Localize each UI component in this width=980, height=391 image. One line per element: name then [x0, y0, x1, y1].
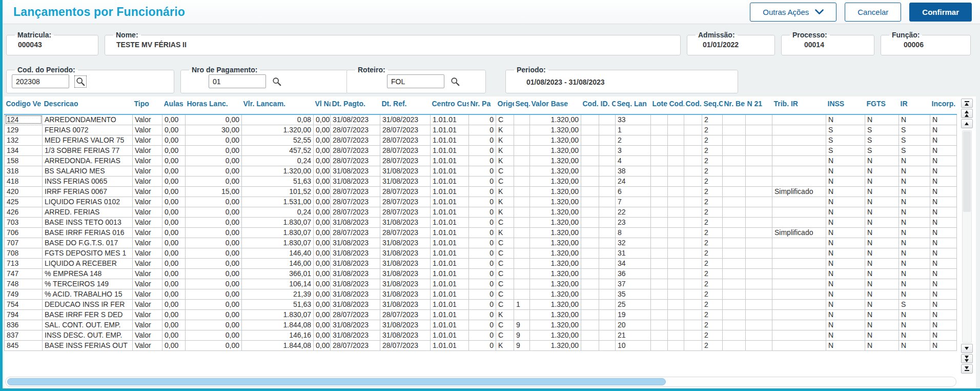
- cell-id_co[interactable]: [599, 125, 616, 135]
- cell-ir[interactable]: N: [899, 197, 930, 207]
- cell-id_co[interactable]: [599, 166, 616, 176]
- cell-id_co[interactable]: [599, 135, 616, 145]
- cell-vlr[interactable]: 146,00: [242, 258, 314, 268]
- cell-dt_pagto[interactable]: 31/08/2023: [331, 114, 380, 125]
- cell-aulas[interactable]: 0,00: [162, 176, 186, 186]
- cell-fgts[interactable]: N: [865, 176, 899, 186]
- cell-ir[interactable]: N: [899, 268, 930, 279]
- cell-vl_nao[interactable]: 0,00: [314, 207, 331, 217]
- cell-horas[interactable]: 0,00: [186, 299, 242, 309]
- cell-tipo[interactable]: Valor: [133, 125, 162, 135]
- cell-trib_ir[interactable]: [772, 238, 826, 248]
- cell-vlr[interactable]: 101,52: [242, 186, 314, 197]
- cell-descricao[interactable]: INSS DESC. OUT. EMP.: [43, 330, 133, 340]
- cell-vlr[interactable]: 457,52: [242, 145, 314, 155]
- cell-inss[interactable]: N: [826, 299, 865, 309]
- cell-inss[interactable]: N: [826, 166, 865, 176]
- cell-ir[interactable]: N: [899, 155, 930, 166]
- cell-dt_ref[interactable]: 28/07/2023: [380, 145, 431, 155]
- cell-tipo[interactable]: Valor: [133, 145, 162, 155]
- cell-cod_c[interactable]: [684, 125, 702, 135]
- cell-aulas[interactable]: 0,00: [162, 217, 186, 227]
- cell-cod_c[interactable]: [684, 279, 702, 289]
- cell-vl_nao[interactable]: 0,00: [314, 258, 331, 268]
- cell-descricao[interactable]: LIQUIDO FERIAS 0102: [43, 197, 133, 207]
- cell-seq_c[interactable]: 2: [702, 197, 723, 207]
- cell-fgts[interactable]: N: [865, 186, 899, 197]
- cell-seq_lanc[interactable]: 10: [616, 340, 651, 350]
- cell-nr_pa[interactable]: 0: [469, 238, 496, 248]
- cell-ir[interactable]: N: [899, 320, 930, 330]
- cell-codigo[interactable]: 708: [5, 248, 43, 258]
- cell-nr_be[interactable]: [723, 135, 746, 145]
- nro-pagamento-input[interactable]: [209, 74, 266, 88]
- cell-codigo[interactable]: 706: [5, 227, 43, 238]
- cell-nr_be[interactable]: [723, 279, 746, 289]
- cell-lote[interactable]: [651, 125, 668, 135]
- cell-seq_v[interactable]: [514, 125, 530, 135]
- cell-cod_c[interactable]: [684, 114, 702, 125]
- cell-nr_pa[interactable]: 0: [469, 227, 496, 238]
- cell-fgts[interactable]: N: [865, 309, 899, 320]
- cell-valor_base[interactable]: 1.320,00: [530, 197, 581, 207]
- cell-nr_pa[interactable]: 0: [469, 248, 496, 258]
- cell-origem[interactable]: K: [496, 125, 514, 135]
- cell-tipo[interactable]: Valor: [133, 330, 162, 340]
- cell-dt_ref[interactable]: 28/07/2023: [380, 227, 431, 238]
- cell-id_co[interactable]: [599, 145, 616, 155]
- cell-horas[interactable]: 30,00: [186, 125, 242, 135]
- cell-valor_base[interactable]: 1.320,00: [530, 155, 581, 166]
- cell-seq_c[interactable]: 2: [702, 125, 723, 135]
- cell-seq_v[interactable]: [514, 207, 530, 217]
- cell-cod_d[interactable]: [581, 197, 599, 207]
- cell-vlr[interactable]: 1.830,07: [242, 309, 314, 320]
- cell-codigo[interactable]: 794: [5, 309, 43, 320]
- cell-codigo[interactable]: 749: [5, 289, 43, 299]
- cell-cod_d[interactable]: [581, 155, 599, 166]
- cell-dt_pagto[interactable]: 28/07/2023: [331, 186, 380, 197]
- cell-inss[interactable]: N: [826, 340, 865, 350]
- cell-cod_r[interactable]: [668, 268, 684, 279]
- cell-inss[interactable]: S: [826, 145, 865, 155]
- cell-codigo[interactable]: 425: [5, 197, 43, 207]
- cell-tipo[interactable]: Valor: [133, 135, 162, 145]
- cell-cod_c[interactable]: [684, 145, 702, 155]
- cell-id_co[interactable]: [599, 309, 616, 320]
- scroll-page-up-button[interactable]: [961, 109, 973, 118]
- cell-vlr[interactable]: 146,40: [242, 248, 314, 258]
- cell-n21[interactable]: [746, 330, 772, 340]
- cell-vlr[interactable]: 0,24: [242, 207, 314, 217]
- cell-ir[interactable]: N: [899, 340, 930, 350]
- cell-nr_pa[interactable]: 0: [469, 330, 496, 340]
- cell-lote[interactable]: [651, 289, 668, 299]
- cell-valor_base[interactable]: 1.320,00: [530, 289, 581, 299]
- cell-cod_d[interactable]: [581, 227, 599, 238]
- cell-incorp[interactable]: N: [930, 166, 957, 176]
- cell-lote[interactable]: [651, 248, 668, 258]
- cell-seq_c[interactable]: 2: [702, 340, 723, 350]
- cell-origem[interactable]: K: [496, 340, 514, 350]
- cell-seq_lanc[interactable]: 8: [616, 227, 651, 238]
- cell-valor_base[interactable]: 1.320,00: [530, 268, 581, 279]
- cell-aulas[interactable]: 0,00: [162, 340, 186, 350]
- cell-horas[interactable]: 0,00: [186, 320, 242, 330]
- cell-seq_lanc[interactable]: 38: [616, 166, 651, 176]
- cell-nr_pa[interactable]: 0: [469, 197, 496, 207]
- cell-codigo[interactable]: 845: [5, 340, 43, 350]
- cell-lote[interactable]: [651, 114, 668, 125]
- cell-dt_pagto[interactable]: 28/07/2023: [331, 207, 380, 217]
- cell-fgts[interactable]: N: [865, 238, 899, 248]
- cell-trib_ir[interactable]: [772, 166, 826, 176]
- cell-centro_custo[interactable]: 1.01.01: [431, 238, 469, 248]
- cell-incorp[interactable]: N: [930, 197, 957, 207]
- cell-aulas[interactable]: 0,00: [162, 279, 186, 289]
- cell-codigo[interactable]: 318: [5, 166, 43, 176]
- cell-incorp[interactable]: N: [930, 155, 957, 166]
- cell-nr_pa[interactable]: 0: [469, 186, 496, 197]
- cell-trib_ir[interactable]: [772, 309, 826, 320]
- cell-descricao[interactable]: LIQUIDO A RECEBER: [43, 258, 133, 268]
- cell-trib_ir[interactable]: [772, 258, 826, 268]
- cell-trib_ir[interactable]: [772, 176, 826, 186]
- cell-id_co[interactable]: [599, 176, 616, 186]
- cell-n21[interactable]: [746, 197, 772, 207]
